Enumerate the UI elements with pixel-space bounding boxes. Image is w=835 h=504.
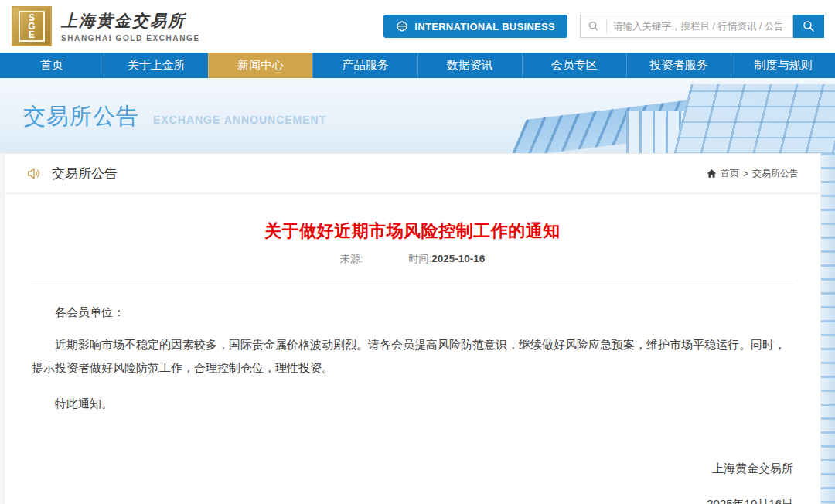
nav-item-investor-services[interactable]: 投资者服务 bbox=[626, 53, 731, 78]
nav-item-news-center[interactable]: 新闻中心 bbox=[208, 53, 312, 78]
article-notice: 特此通知。 bbox=[32, 392, 793, 415]
banner-subtitle: EXCHANGE ANNOUNCEMENT bbox=[153, 114, 326, 126]
seal-letter: E bbox=[29, 31, 35, 39]
time-value: 2025-10-16 bbox=[431, 253, 485, 264]
article-paragraph: 近期影响市场不稳定的因素较多，国际贵金属价格波动剧烈。请各会员提高风险防范意识，… bbox=[32, 333, 793, 380]
breadcrumb: 首页 > 交易所公告 bbox=[707, 167, 799, 180]
breadcrumb-home-link[interactable]: 首页 bbox=[721, 167, 739, 180]
search-input[interactable] bbox=[607, 21, 792, 32]
nav-item-rules[interactable]: 制度与规则 bbox=[731, 53, 835, 78]
banner-title: 交易所公告 bbox=[23, 101, 139, 132]
time-label: 时间: bbox=[409, 253, 432, 264]
nav-item-data[interactable]: 数据资讯 bbox=[418, 53, 522, 78]
article-salutation: 各会员单位： bbox=[32, 301, 793, 324]
background-building-strip bbox=[821, 153, 835, 504]
main-nav: 首页 关于上金所 新闻中心 产品服务 数据资讯 会员专区 投资者服务 制度与规则 bbox=[0, 53, 835, 78]
speaker-icon bbox=[26, 165, 43, 182]
search-button-icon bbox=[802, 19, 816, 33]
article-title: 关于做好近期市场风险控制工作的通知 bbox=[32, 220, 793, 243]
intl-button-label: INTERNATIONAL BUSINESS bbox=[414, 21, 555, 32]
breadcrumb-separator: > bbox=[743, 169, 748, 179]
section-header: 交易所公告 首页 > 交易所公告 bbox=[5, 154, 820, 194]
section-banner: 交易所公告 EXCHANGE ANNOUNCEMENT bbox=[0, 78, 835, 153]
section-title: 交易所公告 bbox=[52, 165, 118, 182]
source-label: 来源: bbox=[340, 253, 363, 264]
search-button[interactable] bbox=[793, 15, 824, 38]
meta-divider bbox=[32, 284, 793, 284]
article-date: 2025年10月16日 bbox=[32, 492, 793, 504]
article-signature: 上海黄金交易所 bbox=[32, 457, 793, 480]
nav-item-members[interactable]: 会员专区 bbox=[522, 53, 626, 78]
breadcrumb-current: 交易所公告 bbox=[752, 167, 799, 180]
banner-building-art bbox=[510, 78, 835, 153]
article: 关于做好近期市场风险控制工作的通知 来源: 时间:2025-10-16 各会员单… bbox=[5, 220, 820, 504]
sge-logo[interactable]: S G E 上海黄金交易所 SHANGHAI GOLD EXCHANGE bbox=[12, 6, 200, 46]
international-business-button[interactable]: INTERNATIONAL BUSINESS bbox=[383, 15, 567, 38]
content-card: 交易所公告 首页 > 交易所公告 关于做好近期市场风险控制工作的通知 来源: 时… bbox=[4, 153, 821, 504]
search-bar bbox=[580, 15, 824, 38]
logo-en-name: SHANGHAI GOLD EXCHANGE bbox=[61, 34, 200, 43]
top-header: S G E 上海黄金交易所 SHANGHAI GOLD EXCHANGE INT… bbox=[0, 0, 835, 53]
home-icon bbox=[707, 169, 717, 179]
nav-item-products[interactable]: 产品服务 bbox=[312, 53, 417, 78]
globe-icon bbox=[396, 20, 408, 32]
article-meta: 来源: 时间:2025-10-16 bbox=[32, 252, 793, 266]
nav-item-home[interactable]: 首页 bbox=[0, 53, 104, 78]
sge-seal-icon: S G E bbox=[12, 6, 52, 46]
search-icon bbox=[581, 19, 607, 33]
nav-item-about[interactable]: 关于上金所 bbox=[104, 53, 208, 78]
logo-cn-name: 上海黄金交易所 bbox=[61, 10, 200, 32]
